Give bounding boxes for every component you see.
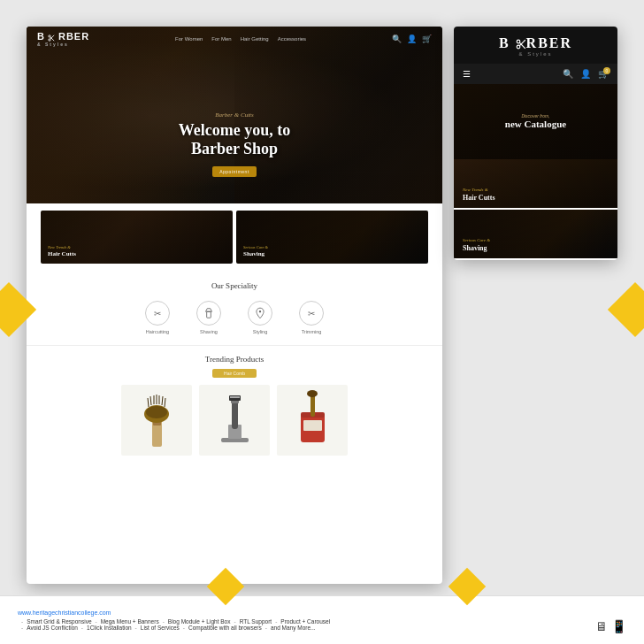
main-wrapper: B RBER & Styles For Women For Men Hair G… (0, 0, 644, 644)
products-row (41, 385, 428, 456)
feature-js: Avoid JS Confliction (27, 625, 78, 631)
bottom-url[interactable]: www.heritagechristiancollege.com (0, 610, 644, 616)
brush-product-image (133, 389, 181, 451)
nav-item-accessories[interactable]: Accessories (278, 36, 306, 42)
shaving-icon (196, 301, 221, 326)
spec-trimming: ✂ Trimming (299, 301, 324, 334)
logo-sub: & Styles (37, 42, 89, 47)
hero-subtitle: Barber & Cutts (27, 111, 442, 119)
mobile-search-icon[interactable]: 🔍 (563, 69, 573, 79)
mobile-device-icon: 📱 (611, 619, 626, 633)
category-row: New Trends & Hair Cutts Serious Care & S… (27, 203, 442, 271)
mobile-menu-icon[interactable]: ☰ (463, 69, 471, 79)
cart-icon[interactable]: 🛒 (422, 34, 432, 43)
device-icons: 🖥 📱 (595, 619, 626, 633)
styling-label: Styling (253, 329, 268, 334)
hero-title: Welcome you, toBarber Shop (27, 121, 442, 159)
svg-line-11 (150, 396, 151, 405)
mobile-category-haircuts[interactable]: New Trends & Hair Cutts (454, 159, 617, 208)
trending-title: Trending Products (41, 355, 428, 364)
speciality-title: Our Speciality (41, 281, 428, 290)
bottom-features: - Smart Grid & Responsive - Mega Menu + … (0, 618, 644, 625)
search-icon[interactable]: 🔍 (392, 34, 402, 43)
mobile-user-icon[interactable]: 👤 (580, 69, 591, 79)
logo: B RBER & Styles (37, 31, 89, 47)
svg-point-26 (307, 390, 318, 397)
trimming-label: Trimming (302, 329, 322, 334)
deco-diamond-right (608, 281, 644, 336)
category-label-2: Serious Care & Shaving (243, 244, 268, 258)
svg-rect-27 (303, 420, 322, 431)
svg-rect-4 (207, 311, 211, 318)
mobile-hero-title: new Catalogue (505, 119, 566, 130)
nav-item-women[interactable]: For Women (175, 36, 203, 42)
spec-styling: Styling (248, 301, 272, 334)
spec-haircutting: ✂ Haircutting (145, 301, 170, 334)
bowl-product-image (288, 389, 337, 451)
cart-badge: 0 (603, 67, 610, 74)
mobile-logo-sub: & Styles (463, 51, 609, 57)
feature-more: and Many More... (271, 625, 316, 631)
haircutting-label: Haircutting (146, 329, 169, 334)
svg-line-16 (165, 398, 165, 407)
razor-svg-icon (203, 307, 215, 319)
mobile-cart-container: 🛒 0 (598, 69, 609, 79)
haircutting-icon: ✂ (145, 301, 170, 326)
feature-browsers: Compatible with all browsers (188, 625, 262, 631)
mobile-nav-icons: 🔍 👤 🛒 0 (563, 69, 609, 79)
hero-content: Barber & Cutts Welcome you, toBarber Sho… (27, 111, 442, 177)
navbar: B RBER & Styles For Women For Men Hair G… (27, 27, 442, 51)
mobile-hero: Discover from, new Catalogue (454, 84, 617, 159)
styling-icon (248, 301, 272, 326)
feature-blog: Blog Module + Light Box (168, 618, 231, 625)
feature-1click: 1Click Installation (87, 625, 132, 631)
mobile-scissors-icon (516, 38, 526, 50)
feature-rtl: RTL Support (240, 618, 272, 625)
mobile-cat-label-1: New Trends & Hair Cutts (463, 187, 495, 203)
mobile-preview: B RBER & Styles ☰ 🔍 👤 🛒 0 (454, 27, 617, 260)
mobile-hero-content: Discover from, new Catalogue (505, 113, 566, 130)
shaving-label: Shaving (200, 329, 218, 334)
razor-product-image (211, 389, 259, 451)
feature-services: List of Services (141, 625, 180, 631)
mobile-cat-label-2: Serious Care & Shaving (463, 237, 490, 253)
hero-section: B RBER & Styles For Women For Men Hair G… (27, 27, 442, 203)
trending-section: Trending Products Hair Comb (27, 345, 442, 464)
desktop-preview: B RBER & Styles For Women For Men Hair G… (27, 27, 442, 584)
nav-item-men[interactable]: For Men (211, 36, 231, 42)
product-razor[interactable] (199, 385, 270, 456)
speciality-icons: ✂ Haircutting Shaving (41, 301, 428, 334)
feature-mega-menu: Mega Menu + Banners (101, 618, 159, 625)
speciality-section: Our Speciality ✂ Haircutting Shaving (27, 271, 442, 345)
bottom-bar: www.heritagechristiancollege.com - Smart… (0, 595, 644, 644)
svg-point-9 (146, 406, 167, 418)
product-bowl[interactable] (277, 385, 348, 456)
styling-svg-icon (254, 307, 266, 319)
category-label-1: New Trends & Hair Cutts (48, 244, 76, 258)
category-card-shaving[interactable]: Serious Care & Shaving (236, 211, 428, 264)
trimming-icon: ✂ (299, 301, 324, 326)
monitor-icon: 🖥 (595, 619, 608, 633)
mobile-navbar: ☰ 🔍 👤 🛒 0 (454, 64, 617, 84)
spec-shaving: Shaving (196, 301, 221, 334)
appointment-button[interactable]: Appointment (212, 166, 257, 177)
bottom-features-row2: - Avoid JS Confliction - 1Click Installa… (0, 625, 644, 631)
category-card-haircuts[interactable]: New Trends & Hair Cutts (41, 211, 233, 264)
svg-point-5 (259, 310, 261, 312)
feature-product: Product + Carousel (280, 618, 330, 625)
user-icon[interactable]: 👤 (407, 34, 417, 43)
filter-button[interactable]: Hair Comb (212, 369, 257, 378)
nav-icons: 🔍 👤 🛒 (392, 34, 432, 43)
mobile-category-shaving[interactable]: Serious Care & Shaving (454, 210, 617, 258)
nav-item-hair[interactable]: Hair Getting (241, 36, 269, 42)
mobile-logo: B RBER (463, 35, 609, 51)
scissors-logo-icon (48, 34, 55, 42)
svg-rect-22 (230, 396, 240, 398)
nav-links: For Women For Men Hair Getting Accessori… (175, 36, 306, 42)
product-brush[interactable] (121, 385, 192, 456)
feature-smart-grid: Smart Grid & Responsive (27, 618, 91, 625)
svg-line-10 (148, 398, 149, 407)
svg-line-15 (162, 396, 163, 405)
mobile-header: B RBER & Styles (454, 27, 617, 64)
